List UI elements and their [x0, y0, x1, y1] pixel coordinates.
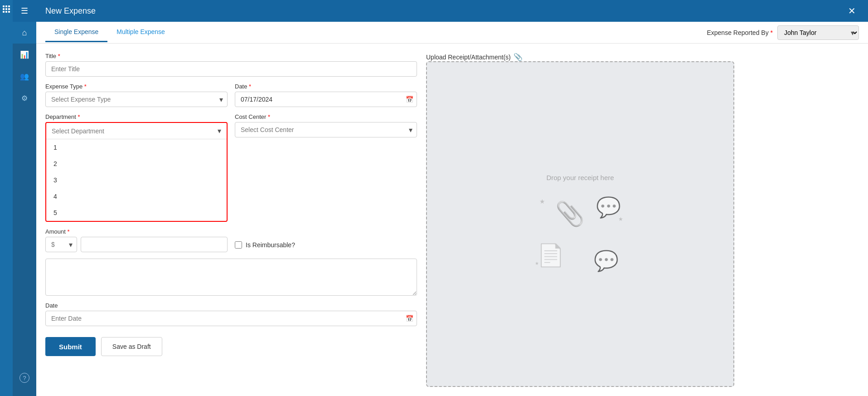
bottom-calendar-icon: 📅	[406, 315, 413, 322]
dialog-body: Single Expense Multiple Expense Expense …	[36, 22, 868, 396]
date-label: Date *	[235, 83, 417, 90]
expense-type-label: Expense Type *	[45, 83, 228, 90]
reported-by-label: Expense Reported By *	[707, 29, 773, 36]
title-field-group: Title *	[45, 53, 417, 77]
cost-center-field-group: Cost Center * Select Cost Center	[235, 113, 417, 222]
dept-option-4[interactable]: 4	[46, 188, 227, 205]
nav-rail	[0, 0, 13, 396]
expense-type-select[interactable]: Select Expense Type	[45, 92, 228, 107]
dept-cost-row: Department * Select Department ▾	[45, 113, 417, 222]
tabs-left: Single Expense Multiple Expense	[45, 23, 174, 42]
button-row: Submit Save as Draft	[45, 337, 417, 356]
tabs-right: Expense Reported By * John Taylor	[707, 25, 859, 40]
attachment-icon: 📎	[514, 53, 523, 61]
amount-label: Amount *	[45, 228, 228, 235]
reimbursable-field-group: Is Reimbursable?	[235, 228, 417, 252]
amount-field-group: Amount * $	[45, 228, 228, 252]
reimbursable-label: Is Reimbursable?	[246, 241, 295, 249]
star-icon-1: ★	[539, 198, 545, 205]
date-field-group: Date *	[235, 83, 417, 107]
chat-emoji-1: 💬	[596, 196, 621, 219]
cost-center-select-wrapper: Select Cost Center	[235, 122, 417, 137]
paperclip-emoji: 📎	[555, 200, 585, 228]
menu-icon: ☰	[21, 6, 28, 16]
dialog-title: New Expense	[45, 6, 96, 16]
sidebar: ☰ ⌂ 📊 👥 ⚙ ?	[13, 0, 36, 396]
dept-option-5[interactable]: 5	[46, 205, 227, 221]
sidebar-item-settings[interactable]: ⚙	[13, 87, 36, 109]
reimbursable-row: Is Reimbursable?	[235, 241, 417, 249]
tab-multiple-expense[interactable]: Multiple Expense	[107, 23, 174, 42]
bottom-date-label: Date	[45, 302, 417, 309]
department-label: Department *	[45, 113, 228, 120]
currency-select[interactable]: $	[45, 237, 77, 252]
reporter-wrapper: John Taylor	[777, 25, 859, 40]
help-icon: ?	[19, 373, 29, 383]
amount-row: Amount * $	[45, 228, 417, 252]
reporter-select[interactable]: John Taylor	[777, 25, 859, 40]
sidebar-menu-toggle[interactable]: ☰	[13, 0, 36, 22]
bottom-date-input[interactable]	[45, 311, 417, 326]
department-field-group: Department * Select Department ▾	[45, 113, 228, 222]
dept-option-2[interactable]: 2	[46, 156, 227, 172]
expense-type-field-group: Expense Type * Select Expense Type	[45, 83, 228, 107]
dept-option-3[interactable]: 3	[46, 172, 227, 188]
home-icon: ⌂	[22, 28, 27, 38]
chart-icon: 📊	[20, 50, 29, 59]
date-input[interactable]	[235, 92, 417, 107]
amount-input[interactable]	[81, 237, 228, 252]
gear-icon: ⚙	[21, 94, 28, 103]
expense-date-row: Expense Type * Select Expense Type	[45, 83, 417, 107]
sidebar-item-home[interactable]: ⌂	[13, 22, 36, 44]
submit-button[interactable]: Submit	[45, 337, 96, 356]
department-placeholder: Select Department	[52, 127, 104, 135]
sidebar-item-help[interactable]: ?	[13, 367, 36, 389]
department-chevron-icon: ▾	[218, 127, 221, 135]
title-input[interactable]	[45, 61, 417, 77]
currency-select-wrapper: $	[45, 237, 77, 252]
notes-textarea[interactable]	[45, 259, 417, 296]
department-dropdown-header[interactable]: Select Department ▾	[46, 123, 227, 139]
expense-type-select-wrapper: Select Expense Type	[45, 92, 228, 107]
date-wrapper	[235, 92, 417, 107]
sidebar-item-users[interactable]: 👥	[13, 65, 36, 87]
tabs-bar: Single Expense Multiple Expense Expense …	[36, 22, 868, 44]
save-draft-button[interactable]: Save as Draft	[101, 337, 162, 356]
form-area: Title * Expense Type *	[36, 44, 868, 396]
drop-text: Drop your receipt here	[546, 174, 614, 181]
upload-illustration: ★ ★ ★ ★ 📎 💬 📄 💬	[530, 193, 630, 275]
department-dropdown-list: 1 2 3 4 5	[46, 139, 227, 221]
main-content: New Expense ✕ Single Expense Multiple Ex…	[36, 0, 868, 396]
form-left: Title * Expense Type *	[45, 53, 417, 387]
reimbursable-checkbox[interactable]	[235, 241, 242, 249]
bottom-date-field-group: Date 📅	[45, 302, 417, 326]
upload-section: Upload Receipt/Attachment(s) 📎 Drop your…	[426, 53, 734, 387]
app-grid-icon[interactable]	[1, 4, 12, 15]
bottom-date-wrapper: 📅	[45, 311, 417, 326]
dialog-header: New Expense ✕	[36, 0, 868, 22]
sidebar-item-chart[interactable]: 📊	[13, 44, 36, 65]
title-label: Title *	[45, 53, 417, 59]
document-emoji: 📄	[537, 243, 564, 268]
cost-center-label: Cost Center *	[235, 113, 417, 120]
tab-single-expense[interactable]: Single Expense	[45, 23, 107, 42]
dept-option-1[interactable]: 1	[46, 139, 227, 156]
upload-drop-zone[interactable]: Drop your receipt here ★ ★ ★ ★ 📎 💬	[426, 61, 734, 387]
notes-field-group	[45, 259, 417, 296]
department-dropdown-open[interactable]: Select Department ▾ 1 2 3 4 5	[45, 122, 228, 222]
users-icon: 👥	[20, 72, 29, 81]
upload-label: Upload Receipt/Attachment(s) 📎	[426, 53, 734, 61]
chat-emoji-2: 💬	[594, 249, 619, 273]
cost-center-select[interactable]: Select Cost Center	[235, 122, 417, 137]
close-button[interactable]: ✕	[844, 4, 859, 18]
